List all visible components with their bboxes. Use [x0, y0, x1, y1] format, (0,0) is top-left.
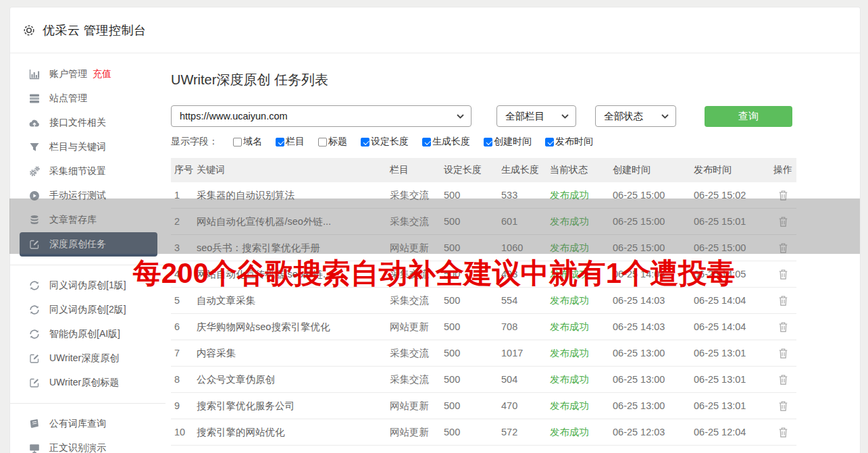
- recharge-badge[interactable]: 充值: [93, 68, 111, 80]
- sidebar-item-label: 文章暂存库: [49, 214, 97, 226]
- status-cell: 发布成功: [550, 373, 613, 386]
- field-checkbox-option[interactable]: 设定长度: [361, 136, 409, 148]
- checkbox-label: 域名: [243, 136, 262, 148]
- sidebar-item[interactable]: 站点管理: [20, 86, 157, 111]
- published-time-cell: 06-25 13:01: [694, 400, 769, 411]
- sidebar-item[interactable]: 采集细节设置: [20, 159, 157, 184]
- field-checkbox-option[interactable]: 栏目: [276, 136, 305, 148]
- table-row: 5自动文章采集采集交流500554发布成功06-25 14:0306-25 14…: [171, 288, 796, 314]
- operation-cell: [769, 399, 796, 413]
- set-length-cell: 500: [444, 374, 501, 385]
- filter-icon: [29, 142, 40, 153]
- column-select[interactable]: 全部栏目: [496, 105, 576, 127]
- created-time-cell: 06-25 15:00: [613, 216, 694, 227]
- published-time-cell: 06-25 14:04: [694, 321, 769, 332]
- field-checkbox-option[interactable]: 生成长度: [422, 136, 470, 148]
- column-header: 生成长度: [501, 164, 550, 176]
- trash-icon: [778, 190, 788, 201]
- gen-length-cell: 504: [501, 374, 550, 385]
- row-index: 3: [171, 242, 197, 253]
- cloud-upload-icon: [29, 117, 40, 128]
- column-select-value: 全部栏目: [505, 110, 544, 123]
- table-row: 2网站自动化宣传机器/seo外链...采集交流500601发布成功06-25 1…: [171, 209, 796, 235]
- delete-button[interactable]: [777, 188, 790, 203]
- delete-button[interactable]: [777, 425, 790, 439]
- set-length-cell: 500: [444, 321, 501, 332]
- sidebar-item-label: 智能伪原创[AI版]: [49, 328, 120, 340]
- status-cell: 发布成功: [550, 268, 613, 281]
- sidebar-item[interactable]: 手动运行测试: [20, 184, 157, 208]
- edit-icon: [29, 353, 40, 364]
- delete-button[interactable]: [777, 373, 790, 387]
- sidebar-item-label: 栏目与关键词: [49, 141, 106, 153]
- keyword-cell: seo兵书：搜索引擎优化手册: [197, 242, 390, 255]
- table-body: 1采集器的自动识别算法采集交流500533发布成功06-25 15:0006-2…: [171, 182, 796, 446]
- sidebar-item[interactable]: 深度原创任务: [20, 232, 157, 257]
- sidebar-item[interactable]: 接口文件相关: [20, 111, 157, 135]
- sidebar-item[interactable]: 栏目与关键词: [20, 135, 157, 159]
- field-checkbox-option[interactable]: 发布时间: [545, 136, 593, 148]
- table-row: 9搜索引擎优化服务公司网站更新500470发布成功06-25 13:0006-2…: [171, 393, 796, 419]
- delete-button[interactable]: [777, 267, 790, 282]
- page-title: UWriter深度原创 任务列表: [171, 71, 860, 89]
- sidebar-item-label: 同义词伪原创[1版]: [49, 279, 126, 292]
- delete-button[interactable]: [777, 320, 790, 334]
- trash-icon: [778, 242, 788, 254]
- query-button[interactable]: 查询: [705, 106, 792, 127]
- table-row: 3seo兵书：搜索引擎优化手册网站更新5001060发布成功06-25 15:0…: [171, 235, 796, 261]
- set-length-cell: 500: [444, 427, 501, 437]
- table-row: 7内容采集采集交流5001017发布成功06-25 13:0006-25 13:…: [171, 340, 796, 367]
- sidebar-item[interactable]: 同义词伪原创[1版]: [20, 273, 157, 298]
- site-select[interactable]: https://www.ucaiyun.com: [171, 105, 471, 127]
- sidebar-item[interactable]: 文章暂存库: [20, 208, 157, 232]
- delete-button[interactable]: [777, 215, 790, 229]
- refresh-icon: [29, 329, 40, 340]
- gear-icon: [22, 24, 36, 37]
- created-time-cell: 06-25 15:00: [613, 242, 694, 253]
- keyword-cell: 自动文章采集: [197, 294, 390, 307]
- operation-cell: [769, 320, 796, 334]
- keyword-cell: 网站自动化宣传机器/seo外链...: [197, 215, 390, 228]
- delete-button[interactable]: [777, 346, 790, 361]
- set-length-cell: 500: [444, 190, 501, 201]
- created-time-cell: 06-25 14:03: [613, 321, 694, 332]
- column-cell: 采集交流: [390, 268, 444, 281]
- field-checkbox-option[interactable]: 创建时间: [484, 136, 532, 148]
- sidebar-item[interactable]: 公有词库查询: [20, 412, 157, 436]
- delete-button[interactable]: [777, 294, 790, 308]
- delete-button[interactable]: [777, 399, 790, 413]
- set-length-cell: 500: [444, 400, 501, 411]
- keyword-cell: 网站自动化宣传机器/seo外链...: [197, 268, 390, 281]
- published-time-cell: 06-25 13:01: [694, 374, 769, 385]
- checkbox-icon: [233, 138, 242, 146]
- checkbox-label: 创建时间: [494, 136, 532, 148]
- delete-button[interactable]: [777, 241, 790, 255]
- sidebar-item[interactable]: 智能伪原创[AI版]: [20, 322, 157, 346]
- sidebar-item[interactable]: UWriter原创标题: [20, 371, 157, 395]
- operation-cell: [769, 241, 796, 255]
- app-window: 优采云 管理控制台 账户管理 充值 站点管理 接口文件相关 栏目与关键词 采集细…: [9, 7, 861, 453]
- chevron-down-icon: [561, 114, 569, 119]
- chevron-down-icon: [457, 114, 464, 119]
- sidebar-item[interactable]: 账户管理 充值: [20, 62, 157, 86]
- gen-length-cell: 470: [501, 400, 550, 411]
- sidebar-item[interactable]: UWriter深度原创: [20, 346, 157, 371]
- status-cell: 发布成功: [550, 400, 613, 412]
- gen-length-cell: 1017: [501, 348, 550, 358]
- set-length-cell: 500: [444, 242, 501, 253]
- operation-cell: [769, 215, 796, 229]
- created-time-cell: 06-25 12:03: [613, 427, 694, 437]
- table-row: 4网站自动化宣传机器/seo外链...采集交流500493发布成功06-25 1…: [171, 261, 796, 288]
- sidebar-item[interactable]: 同义词伪原创[2版]: [20, 298, 157, 322]
- column-cell: 网站更新: [390, 321, 444, 334]
- checkbox-label: 标题: [328, 136, 347, 148]
- field-checkbox-option[interactable]: 标题: [318, 136, 347, 148]
- sidebar-item[interactable]: 正文识别演示: [20, 436, 157, 453]
- sidebar-item-label: 正文识别演示: [49, 442, 106, 453]
- status-cell: 发布成功: [550, 189, 613, 202]
- created-time-cell: 06-25 13:00: [613, 374, 694, 385]
- status-select[interactable]: 全部状态: [595, 105, 676, 127]
- operation-cell: [769, 346, 796, 361]
- sidebar-item-label: 采集细节设置: [49, 165, 106, 178]
- field-checkbox-option[interactable]: 域名: [233, 136, 262, 148]
